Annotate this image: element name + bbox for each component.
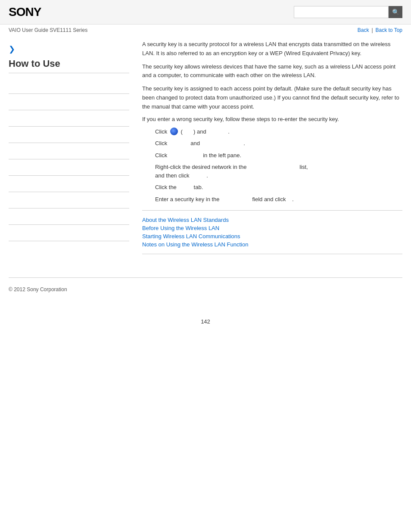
step-2: Click and . [155,139,402,148]
sidebar-title: How to Use [9,58,129,73]
step-5: Click the tab. [155,183,402,192]
sidebar-item-6[interactable] [9,159,129,176]
step-3-text: Click in the left pane. [155,151,241,160]
content-divider [142,210,402,211]
step-1-text: Click ( ) and . [155,128,230,136]
sidebar-item-1[interactable] [9,78,129,94]
nav-separator: | [371,27,373,33]
guide-title: VAIO User Guide SVE1111 Series [9,27,87,33]
header: SONY 🔍 [0,0,411,25]
sony-logo: SONY [9,5,41,19]
sidebar-item-4[interactable] [9,127,129,143]
page-number: 142 [0,318,411,333]
sidebar: ❯ How to Use [9,40,138,260]
related-link-4[interactable]: Notes on Using the Wireless LAN Function [142,241,402,248]
sidebar-item-7[interactable] [9,176,129,192]
sidebar-item-3[interactable] [9,110,129,127]
related-link-1[interactable]: About the Wireless LAN Standards [142,217,402,223]
back-top-link[interactable]: Back to Top [376,27,402,33]
step-3: Click in the left pane. [155,151,402,160]
step-1: Click ( ) and . [155,128,402,136]
related-link-2[interactable]: Before Using the Wireless LAN [142,225,402,231]
search-input[interactable] [294,6,389,18]
footer: © 2012 Sony Corporation [0,282,411,310]
step-4-text: Right-click the desired network in the l… [155,163,308,180]
sidebar-item-9[interactable] [9,208,129,225]
step-2-text: Click and . [155,139,245,148]
steps-intro: If you enter a wrong security key, follo… [142,116,402,122]
step-5-text: Click the tab. [155,183,203,192]
main-content: ❯ How to Use A security key is a securit… [0,36,411,269]
sidebar-item-2[interactable] [9,94,129,110]
nav-links: Back | Back to Top [358,27,402,33]
search-container: 🔍 [294,6,402,18]
steps-list: Click ( ) and . Click and . Click [155,128,402,204]
sidebar-item-5[interactable] [9,143,129,159]
chevron-icon: ❯ [9,44,129,54]
paragraph-2: The security key allows wireless devices… [142,62,402,81]
related-link-3[interactable]: Starting Wireless LAN Communications [142,233,402,240]
back-link[interactable]: Back [358,27,369,33]
copyright: © 2012 Sony Corporation [9,286,67,292]
related-links-divider [142,254,402,254]
navbar: VAIO User Guide SVE1111 Series Back | Ba… [0,25,411,36]
paragraph-3: The security key is assigned to each acc… [142,84,402,111]
search-icon: 🔍 [392,9,399,16]
paragraph-1: A security key is a security protocol fo… [142,40,402,58]
search-button[interactable]: 🔍 [389,6,402,18]
step-6: Enter a security key in the field and cl… [155,195,402,204]
sidebar-item-10[interactable] [9,225,129,241]
windows-icon [170,128,178,135]
footer-divider [9,277,402,278]
sidebar-item-8[interactable] [9,192,129,208]
related-links: About the Wireless LAN Standards Before … [142,217,402,248]
step-6-text: Enter a security key in the field and cl… [155,195,294,204]
content-area: A security key is a security protocol fo… [138,40,402,260]
step-4: Right-click the desired network in the l… [155,163,402,180]
